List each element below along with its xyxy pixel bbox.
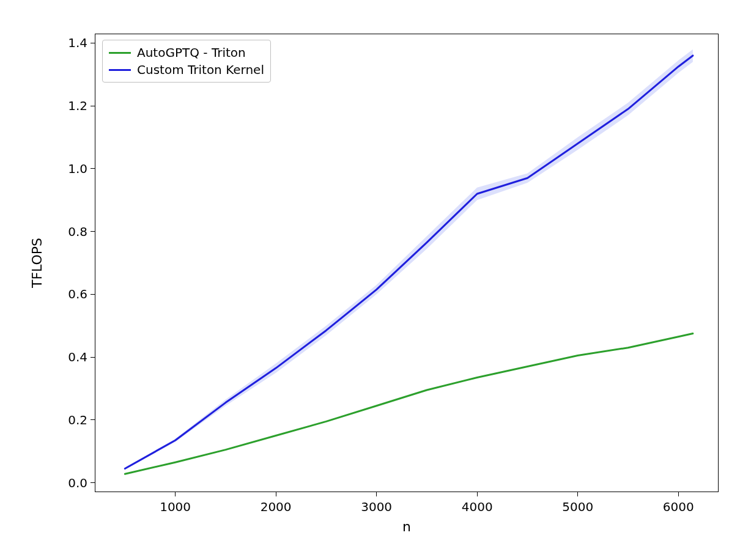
x-tick-mark [577,492,578,496]
legend: AutoGPTQ - Triton Custom Triton Kernel [102,40,271,83]
x-tick-label: 4000 [462,499,493,514]
legend-entry-autogptq: AutoGPTQ - Triton [109,44,264,61]
y-tick-label: 1.4 [68,35,87,50]
series-line [125,334,693,474]
y-tick-mark [91,482,95,483]
x-tick-mark [276,492,276,496]
y-tick-label: 0.8 [68,224,87,239]
legend-label: AutoGPTQ - Triton [137,45,246,60]
y-tick-mark [91,294,95,295]
plot-area [0,0,751,560]
legend-swatch-icon [109,69,131,71]
y-tick-label: 0.4 [68,350,87,364]
y-tick-mark [91,357,95,358]
x-tick-label: 6000 [663,499,694,514]
y-tick-mark [91,419,95,420]
x-axis-label: n [402,519,411,534]
x-tick-label: 5000 [562,499,593,514]
legend-swatch-icon [109,52,131,54]
legend-label: Custom Triton Kernel [137,62,264,77]
y-tick-label: 0.0 [68,476,87,490]
x-tick-mark [477,492,478,496]
y-tick-mark [91,168,95,169]
y-tick-mark [91,43,95,43]
y-tick-label: 0.6 [68,287,87,301]
x-tick-mark [376,492,377,496]
y-tick-mark [91,231,95,232]
x-tick-label: 2000 [261,499,292,514]
y-tick-label: 1.2 [68,98,87,113]
y-tick-mark [91,106,95,106]
x-tick-label: 3000 [361,499,392,514]
figure: 100020003000400050006000 0.00.20.40.60.8… [0,0,751,560]
y-axis-label: TFLOPS [29,238,45,288]
y-tick-label: 1.0 [68,161,87,176]
y-tick-label: 0.2 [68,413,87,427]
x-tick-label: 1000 [160,499,191,514]
legend-entry-custom-kernel: Custom Triton Kernel [109,61,264,78]
x-tick-mark [678,492,679,496]
x-tick-mark [175,492,176,496]
